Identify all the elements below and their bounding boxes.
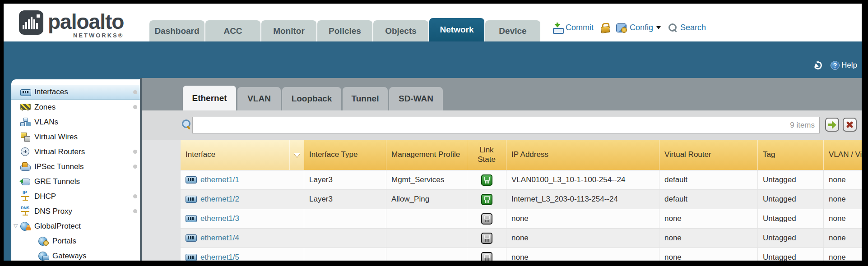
interface-link[interactable]: ethernet1/2 (200, 195, 239, 204)
portal-globe-gear-icon (38, 237, 48, 245)
main-content: Ethernet VLAN Loopback Tunnel SD-WAN 9 i… (142, 78, 862, 261)
help-label: Help (841, 61, 857, 70)
gateway-globe-device-icon (38, 252, 48, 260)
paloalto-logo-icon (19, 10, 43, 35)
ethernet-interface-icon (186, 215, 197, 222)
table-row[interactable]: ethernet1/5 none none Untagged none (181, 248, 862, 261)
interface-link[interactable]: ethernet1/5 (200, 253, 239, 261)
config-tools-icon (616, 23, 627, 32)
cell-vlan-virtual-wire: none (824, 170, 862, 189)
table-row[interactable]: ethernet1/2 Layer3 Allow_Ping Internet_L… (181, 190, 862, 209)
commit-icon (552, 23, 562, 32)
config-menu-button[interactable]: Config (616, 23, 661, 32)
dns-proxy-icon (20, 207, 30, 216)
subtab-ethernet[interactable]: Ethernet (183, 86, 236, 110)
sidebar-item-zones[interactable]: Zones (11, 100, 140, 115)
tab-network[interactable]: Network (429, 18, 484, 41)
interface-link[interactable]: ethernet1/1 (200, 175, 239, 184)
subtab-vlan[interactable]: VLAN (237, 87, 281, 110)
sidebar-item-virtual-wires[interactable]: Virtual Wires (11, 129, 140, 144)
filter-toolbar: 9 items (142, 110, 862, 140)
sidebar-item-gateways[interactable]: Gateways (11, 248, 140, 261)
tab-dashboard[interactable]: Dashboard (149, 20, 204, 41)
col-virtual-router[interactable]: Virtual Router (659, 140, 758, 170)
refresh-icon[interactable] (813, 61, 822, 70)
subtab-sdwan[interactable]: SD-WAN (389, 87, 443, 110)
filter-input[interactable] (193, 117, 819, 133)
sidebar-item-dhcp[interactable]: DHCP (11, 189, 140, 204)
main-nav-tabs: Dashboard ACC Monitor Policies Objects N… (149, 18, 540, 41)
gre-tunnel-icon (20, 177, 30, 186)
cell-management-profile: Allow_Ping (386, 190, 467, 209)
status-dot (133, 209, 137, 213)
cell-vlan-virtual-wire: none (824, 190, 862, 209)
cell-virtual-router: none (659, 229, 758, 248)
cell-vlan-virtual-wire: none (824, 229, 862, 248)
tab-policies[interactable]: Policies (317, 20, 372, 41)
ethernet-interface-icon (186, 176, 197, 183)
screen-frame: paloalto NETWORKS® Dashboard ACC Monitor… (0, 0, 868, 266)
interface-link[interactable]: ethernet1/3 (200, 214, 239, 223)
sidebar-item-portals[interactable]: Portals (11, 234, 140, 248)
config-label: Config (630, 23, 653, 32)
subtab-loopback[interactable]: Loopback (282, 87, 341, 110)
items-count: 9 items (790, 121, 815, 130)
cell-ip-address: Internet_L3_203-0-113-254--24 (506, 190, 659, 209)
column-sort-button[interactable] (290, 140, 304, 170)
sidebar-item-vlans[interactable]: VLANs (11, 115, 140, 129)
cell-virtual-router: default (659, 170, 758, 189)
col-management-profile[interactable]: Management Profile (386, 140, 467, 170)
tab-device[interactable]: Device (485, 20, 540, 41)
expander-triangle-icon[interactable] (14, 223, 18, 229)
table-row[interactable]: ethernet1/1 Layer3 Mgmt_Services VLAN010… (181, 170, 862, 190)
cell-vlan-virtual-wire: none (824, 209, 862, 228)
cell-interface-type (304, 209, 386, 228)
sidebar-item-ipsec-tunnels[interactable]: IPSec Tunnels (11, 159, 140, 174)
tab-acc[interactable]: ACC (205, 20, 260, 41)
clear-filter-button[interactable] (843, 118, 857, 132)
col-ip-address[interactable]: IP Address (506, 140, 659, 170)
ethernet-interface-icon (186, 234, 197, 242)
commit-button[interactable]: Commit (552, 23, 594, 32)
cell-ip-address: none (506, 229, 659, 248)
filter-input-wrap: 9 items (192, 117, 820, 133)
filter-magnifier-icon[interactable] (181, 119, 190, 129)
commit-label: Commit (566, 23, 594, 32)
search-label: Search (680, 23, 706, 32)
sidebar-item-gre-tunnels[interactable]: GRE Tunnels (11, 174, 140, 189)
sidebar-item-globalprotect[interactable]: GlobalProtect (11, 219, 140, 234)
global-search-button[interactable]: Search (668, 23, 706, 32)
col-interface-type[interactable]: Interface Type (304, 140, 386, 170)
brand-name: paloalto (48, 10, 124, 33)
table-row[interactable]: ethernet1/4 none none Untagged none (181, 229, 862, 248)
dhcp-ip-icon (20, 192, 30, 201)
lock-icon[interactable] (600, 23, 609, 32)
col-tag[interactable]: Tag (758, 140, 824, 170)
header-actions: Commit Config Search (552, 20, 706, 35)
interface-link[interactable]: ethernet1/4 (200, 234, 239, 243)
tab-monitor[interactable]: Monitor (261, 20, 316, 41)
sidebar-nav: Interfaces Zones VLANs Virtual Wires Vir… (11, 79, 140, 261)
table-row[interactable]: ethernet1/3 none none Untagged none (181, 209, 862, 229)
sidebar-item-dns-proxy[interactable]: DNS Proxy (11, 204, 140, 219)
ethernet-interface-icon (186, 254, 197, 261)
cell-virtual-router: default (659, 190, 758, 209)
paloalto-logo: paloalto NETWORKS® (19, 10, 124, 39)
tab-objects[interactable]: Objects (373, 20, 428, 41)
cell-tag: Untagged (758, 248, 824, 261)
help-button[interactable]: Help (831, 61, 857, 70)
globalprotect-globe-user-icon (20, 222, 30, 230)
cell-tag: Untagged (758, 229, 824, 248)
sidebar-item-virtual-routers[interactable]: Virtual Routers (11, 144, 140, 159)
col-link-state[interactable]: Link State (467, 140, 506, 170)
link-state-down-icon (481, 213, 492, 225)
cell-ip-address: VLAN0100_L3_10-1-100-254--24 (506, 170, 659, 189)
vlan-network-icon (20, 118, 30, 126)
sidebar-item-interfaces[interactable]: Interfaces (11, 85, 140, 100)
subtab-tunnel[interactable]: Tunnel (343, 87, 388, 110)
col-interface[interactable]: Interface (181, 140, 290, 170)
col-vlan-virtual-wire[interactable]: VLAN / Virtual Wire (824, 140, 862, 170)
cell-management-profile (386, 248, 467, 261)
status-dot (133, 165, 137, 169)
apply-filter-button[interactable] (825, 118, 839, 132)
